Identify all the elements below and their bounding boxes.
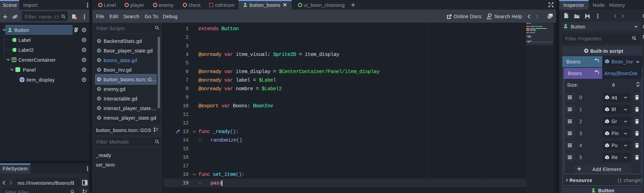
svg-text:DOC: DOC bbox=[487, 17, 492, 20]
